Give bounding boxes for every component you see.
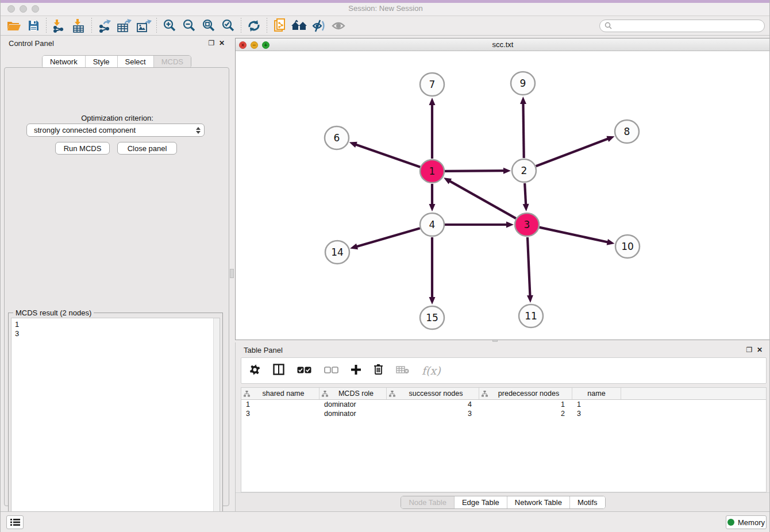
status-bar: Memory [1,511,770,532]
cell-mcds-role: dominator [319,400,387,408]
column-label: shared name [250,390,317,398]
export-table-icon[interactable] [114,17,134,34]
table-tab-edge-table[interactable]: Edge Table [454,496,507,508]
column-header-predecessor-nodes[interactable]: predecessor nodes [479,388,572,399]
cell-name: 1 [572,400,621,408]
save-session-icon[interactable] [24,17,43,34]
tab-mcds[interactable]: MCDS [153,56,191,68]
result-scrollbar[interactable] [213,318,220,530]
tab-select[interactable]: Select [117,56,153,68]
column-header-name[interactable]: name [572,388,621,399]
hide-selected-icon[interactable] [309,17,329,34]
graph-edge-2-8[interactable] [536,136,615,167]
graph-edge-2-9[interactable] [520,97,526,158]
zoom-selected-icon[interactable] [218,17,238,34]
graph-node-10[interactable]: 10 [615,235,640,258]
import-table-icon[interactable] [69,17,88,34]
graph-node-15[interactable]: 15 [420,306,444,329]
float-panel-icon[interactable]: ❐ [206,39,217,47]
export-network-icon[interactable] [95,17,114,34]
apply-layout-icon[interactable] [244,17,264,34]
add-column-icon[interactable] [351,365,361,377]
graph-node-14[interactable]: 14 [325,241,349,264]
vertical-splitter-grip[interactable] [230,269,234,278]
graph-edge-1-7[interactable] [429,98,436,159]
task-history-button[interactable] [6,515,24,529]
graph-node-1[interactable]: 1 [420,160,444,183]
graph-edge-4-3[interactable] [445,222,514,228]
network-window-titlebar[interactable]: × − + scc.txt [236,38,770,51]
graph-node-4[interactable]: 4 [420,213,444,236]
optimization-criterion-value: strongly connected component [34,126,136,134]
graph-edge-4-15[interactable] [429,237,436,304]
tab-style[interactable]: Style [85,56,117,68]
mcds-tab-content: Optimization criterion: strongly connect… [4,67,229,506]
table-settings-gear-icon[interactable] [249,364,260,377]
graph-node-3[interactable]: 3 [515,213,539,236]
search-input[interactable] [615,21,760,30]
graph-edge-4-14[interactable] [350,228,420,249]
table-tab-node-table[interactable]: Node Table [401,496,454,508]
graph-node-7[interactable]: 7 [420,73,444,96]
mcds-result-text: 1 3 [15,320,19,338]
graph-node-11[interactable]: 11 [519,304,543,327]
graph-edge-1-4[interactable] [429,184,436,211]
table-row[interactable]: 1dominator411 [241,400,766,409]
zoom-out-icon[interactable] [179,17,199,34]
search-field[interactable] [599,20,765,32]
graph-node-2[interactable]: 2 [512,159,536,182]
graph-edge-3-11[interactable] [527,237,533,303]
close-panel-button[interactable]: Close panel [117,142,177,155]
memory-status-icon [727,519,734,526]
select-all-rows-icon[interactable] [297,365,311,376]
graph-edge-1-6[interactable] [349,142,421,167]
mcds-result-box[interactable]: 1 3 [11,318,220,531]
network-canvas[interactable]: 1234678910111415 [236,51,770,340]
show-all-icon[interactable] [290,17,309,34]
tab-network[interactable]: Network [43,56,85,68]
run-mcds-button[interactable]: Run MCDS [55,142,110,155]
zoom-in-icon[interactable] [160,17,179,34]
column-header-successor-nodes[interactable]: successor nodes [387,388,479,399]
export-image-icon[interactable] [134,17,153,34]
deselect-all-rows-icon[interactable] [324,365,338,376]
show-hidden-icon[interactable] [329,17,348,34]
node-label: 2 [521,165,528,176]
table-panel: Table Panel ❐ ✕ f(x) shared nameMCDS rol… [235,342,770,511]
node-table[interactable]: shared nameMCDS rolesuccessor nodesprede… [241,387,767,492]
column-header-mcds-role[interactable]: MCDS role [319,388,387,399]
graph-node-6[interactable]: 6 [325,126,349,149]
memory-button[interactable]: Memory [726,515,767,529]
table-row[interactable]: 3dominator323 [241,409,766,418]
search-icon [605,22,612,29]
open-file-icon[interactable] [4,17,24,34]
graph-edge-2-3[interactable] [523,183,529,211]
table-tab-network-table[interactable]: Network Table [507,496,569,508]
graph-node-8[interactable]: 8 [615,120,639,143]
optimization-criterion-select[interactable]: strongly connected component [26,124,205,137]
cell-successor-nodes: 4 [387,400,479,408]
float-table-panel-icon[interactable]: ❐ [744,346,754,354]
new-session-icon[interactable] [270,17,290,34]
node-label: 14 [331,246,344,258]
close-panel-icon[interactable]: ✕ [217,39,227,47]
graph-edge-3-10[interactable] [539,228,614,245]
zoom-fit-icon[interactable] [199,17,218,34]
graph-node-9[interactable]: 9 [511,72,535,95]
graph-edge-3-1[interactable] [444,178,516,218]
table-body: 1dominator4113dominator323 [241,400,766,418]
delete-column-icon[interactable] [374,364,383,377]
table-tabs: Node TableEdge TableNetwork TableMotifs [401,496,605,509]
column-chooser-icon[interactable] [273,364,284,377]
import-network-icon[interactable] [49,17,69,34]
table-panel-title: Table Panel [244,346,283,354]
close-table-panel-icon[interactable]: ✕ [754,346,765,354]
cell-predecessor-nodes: 2 [479,410,572,418]
graph-edge-1-2[interactable] [445,168,511,174]
table-tab-motifs[interactable]: Motifs [569,496,605,508]
close-panel-label: Close panel [128,144,167,153]
memory-label: Memory [738,518,765,527]
window-titlebar: Session: New Session [1,0,770,16]
node-label: 3 [524,219,530,230]
column-header-shared-name[interactable]: shared name [241,388,319,399]
